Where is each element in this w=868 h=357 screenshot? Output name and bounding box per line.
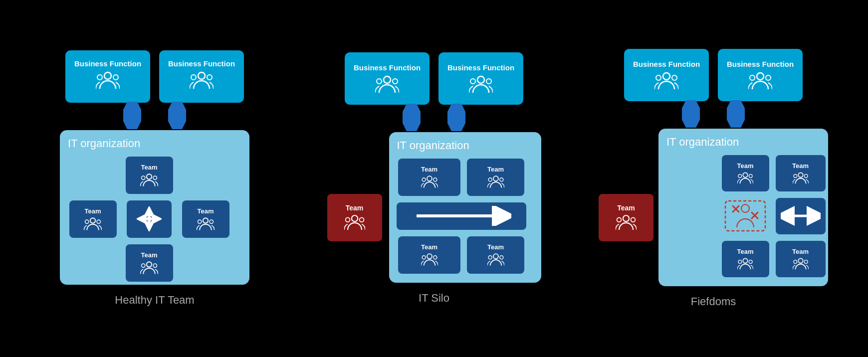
svg-point-63 bbox=[493, 254, 498, 259]
svg-point-98 bbox=[749, 260, 752, 263]
team-label-top: Team bbox=[141, 164, 158, 171]
svg-point-78 bbox=[623, 215, 629, 221]
fiefdom-arrow-down-2 bbox=[727, 100, 745, 130]
svg-point-37 bbox=[384, 76, 391, 83]
svg-point-35 bbox=[142, 263, 145, 267]
svg-point-41 bbox=[470, 79, 475, 84]
svg-point-13 bbox=[142, 176, 145, 179]
svg-point-84 bbox=[798, 173, 803, 177]
svg-point-36 bbox=[153, 263, 157, 267]
svg-point-14 bbox=[153, 176, 157, 179]
silo-it-org-label: IT organization bbox=[397, 139, 533, 152]
silo-team-bot-left: Team bbox=[398, 236, 460, 274]
svg-point-51 bbox=[359, 217, 364, 222]
silo-bf-label-1: Business Function bbox=[354, 63, 421, 72]
fiefdom-bf-label-1: Business Function bbox=[633, 60, 700, 68]
silo-bf-label-2: Business Function bbox=[447, 63, 514, 72]
svg-point-12 bbox=[147, 174, 152, 179]
fiefdom-main-area: Team IT organization Team bbox=[599, 129, 828, 286]
center-move-arrows bbox=[127, 200, 172, 238]
fiefdom-arrows bbox=[682, 101, 745, 129]
team-label-right: Team bbox=[198, 207, 214, 215]
team-right: Team bbox=[182, 200, 229, 238]
svg-marker-26 bbox=[147, 208, 151, 212]
fiefdom-broken-center bbox=[722, 198, 769, 234]
svg-point-39 bbox=[393, 79, 398, 84]
silo-team-bot-right: Team bbox=[467, 236, 524, 274]
bf-label-2: Business Function bbox=[168, 59, 235, 68]
svg-point-86 bbox=[804, 174, 808, 178]
svg-point-100 bbox=[794, 260, 797, 263]
svg-point-49 bbox=[351, 215, 357, 221]
fiefdom-ext-team-label: Team bbox=[617, 204, 635, 212]
silo-ext-team-label: Team bbox=[346, 204, 364, 212]
people-icon-1 bbox=[96, 71, 120, 94]
silo-it-org: IT organization Team Team bbox=[389, 132, 541, 283]
svg-point-70 bbox=[750, 75, 755, 80]
svg-point-38 bbox=[377, 79, 382, 84]
svg-point-15 bbox=[90, 218, 95, 223]
silo-bf-box-2: Business Function bbox=[438, 52, 523, 105]
team-label-left: Team bbox=[85, 207, 101, 215]
svg-marker-27 bbox=[147, 225, 151, 229]
svg-rect-87 bbox=[725, 201, 765, 231]
svg-point-64 bbox=[488, 256, 492, 259]
fiefdom-it-org: IT organization Team bbox=[658, 129, 828, 286]
people-icon-2 bbox=[190, 71, 214, 94]
business-function-box-1: Business Function bbox=[65, 50, 150, 103]
svg-point-83 bbox=[749, 174, 752, 178]
business-function-box-2: Business Function bbox=[159, 50, 244, 103]
arrow-down-2 bbox=[168, 102, 186, 131]
silo-arrow-down-2 bbox=[447, 104, 465, 133]
fiefdom-teams-grid: Team Team bbox=[666, 154, 827, 278]
svg-point-5 bbox=[207, 75, 212, 80]
fiefdom-bf-box-2: Business Function bbox=[718, 49, 803, 101]
silo-bf-box-1: Business Function bbox=[345, 52, 430, 105]
svg-point-79 bbox=[617, 217, 622, 222]
svg-point-33 bbox=[210, 219, 213, 223]
svg-point-40 bbox=[477, 76, 484, 83]
fiefdom-team-bot-right: Team bbox=[776, 241, 826, 277]
team-top: Team bbox=[126, 157, 173, 194]
svg-point-80 bbox=[631, 217, 636, 222]
fiefdom-right-arrow bbox=[776, 198, 826, 234]
svg-point-54 bbox=[433, 178, 436, 181]
svg-point-0 bbox=[104, 72, 111, 79]
svg-point-55 bbox=[493, 176, 498, 181]
healthy-label: Healthy IT Team bbox=[115, 294, 194, 307]
svg-point-85 bbox=[794, 174, 797, 178]
svg-point-68 bbox=[672, 75, 677, 80]
silo-label: IT Silo bbox=[419, 292, 449, 305]
svg-point-17 bbox=[97, 219, 100, 223]
healthy-teams-grid: Team Team bbox=[68, 155, 241, 283]
healthy-it-org: IT organization Team Team bbox=[60, 130, 249, 285]
svg-point-34 bbox=[147, 262, 152, 267]
svg-point-16 bbox=[85, 219, 89, 223]
fiefdom-bf-box-1: Business Function bbox=[624, 49, 709, 101]
silo-teams-grid: Team Team bbox=[397, 157, 526, 275]
svg-point-50 bbox=[345, 217, 350, 222]
silo-main-area: Team IT organization Team bbox=[327, 132, 541, 283]
svg-point-99 bbox=[798, 258, 803, 263]
silo-team-top-left: Team bbox=[398, 159, 460, 196]
team-label-bottom: Team bbox=[141, 251, 158, 259]
fiefdom-section: Business Function Business Function bbox=[584, 49, 843, 308]
bf-label-1: Business Function bbox=[74, 59, 141, 68]
healthy-top-boxes: Business Function Business Function bbox=[65, 50, 244, 103]
svg-point-52 bbox=[427, 176, 432, 181]
svg-point-56 bbox=[488, 178, 492, 181]
svg-point-62 bbox=[433, 256, 436, 259]
silo-arrow-down-1 bbox=[403, 104, 421, 133]
svg-point-67 bbox=[656, 75, 661, 80]
svg-point-71 bbox=[766, 75, 771, 80]
silo-section: Business Function Business Function bbox=[304, 52, 564, 305]
svg-point-31 bbox=[203, 218, 208, 223]
fiefdom-arrow-down-1 bbox=[682, 100, 700, 130]
fiefdom-team-bot: Team bbox=[722, 241, 769, 277]
fiefdom-external-team: Team bbox=[599, 194, 653, 241]
fiefdom-top-boxes: Business Function Business Function bbox=[624, 49, 803, 101]
svg-point-69 bbox=[757, 73, 764, 80]
fiefdom-team-top: Team bbox=[722, 155, 769, 191]
svg-point-3 bbox=[198, 72, 205, 79]
svg-point-96 bbox=[743, 258, 747, 263]
